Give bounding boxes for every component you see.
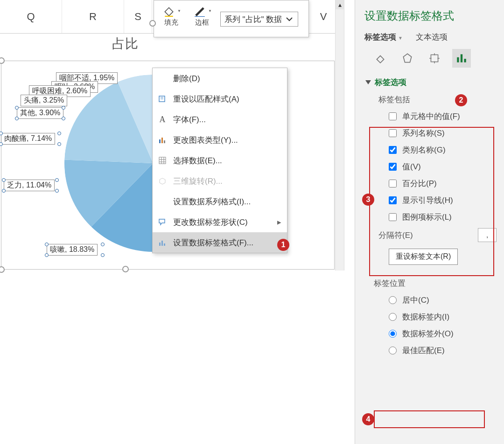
label-shape-icon bbox=[157, 217, 168, 227]
svg-rect-7 bbox=[159, 243, 161, 246]
context-menu: 删除(D) 重设以匹配样式(A) A 字体(F)... 更改图表类型(Y)...… bbox=[152, 68, 287, 253]
svg-rect-3 bbox=[159, 139, 161, 143]
dropdown-caret-icon: ▼ bbox=[177, 9, 181, 13]
chart-type-icon bbox=[157, 135, 168, 145]
pane-icon-tabs bbox=[371, 49, 497, 68]
chart-title[interactable]: 占比 bbox=[112, 35, 138, 53]
font-icon: A bbox=[157, 114, 168, 125]
data-label[interactable]: 肉酸痛, 7.14% bbox=[1, 133, 55, 145]
ctx-format-data-series[interactable]: 设置数据系列格式(I)... bbox=[153, 191, 287, 212]
reset-style-icon bbox=[157, 94, 168, 104]
callout-1: 1 bbox=[277, 239, 289, 251]
sel-handle[interactable] bbox=[149, 20, 156, 27]
tab-label-options[interactable]: 标签选项▼ bbox=[364, 32, 403, 42]
label-options-icon[interactable] bbox=[452, 49, 471, 68]
ctx-change-chart-type[interactable]: 更改图表类型(Y)... bbox=[153, 130, 287, 150]
sel-handle[interactable] bbox=[0, 266, 5, 273]
radio-best-fit[interactable]: 最佳匹配(E) bbox=[389, 344, 497, 357]
svg-rect-14 bbox=[464, 59, 466, 62]
size-properties-icon[interactable] bbox=[425, 49, 444, 68]
tab-text-options[interactable]: 文本选项 bbox=[416, 32, 448, 42]
format-data-labels-pane: 设置数据标签格式 标签选项▼ 文本选项 标签选项 标签包括 单元格中的值(F) … bbox=[355, 0, 504, 444]
mini-toolbar: ▼ 填充 ▼ 边框 系列 "占比" 数据 bbox=[154, 0, 309, 37]
vertical-scrollbar[interactable]: ▴ bbox=[335, 0, 344, 271]
ctx-format-data-labels[interactable]: 设置数据标签格式(F)... bbox=[153, 232, 287, 253]
sel-handle[interactable] bbox=[122, 266, 129, 272]
select-data-icon bbox=[157, 155, 168, 166]
subheader-label-contains: 标签包括 bbox=[378, 94, 497, 105]
paint-bucket-icon bbox=[161, 3, 176, 18]
chk-cell-value[interactable]: 单元格中的值(F) bbox=[389, 110, 497, 123]
series-selector-text: 系列 "占比" 数据 bbox=[224, 14, 282, 25]
col-header-S[interactable]: S bbox=[124, 0, 152, 33]
svg-rect-1 bbox=[195, 16, 205, 17]
svg-marker-10 bbox=[403, 54, 411, 62]
fill-line-icon[interactable] bbox=[371, 49, 390, 68]
ctx-reset-style[interactable]: 重设以匹配样式(A) bbox=[153, 89, 287, 109]
series-selector-dropdown[interactable]: 系列 "占比" 数据 bbox=[220, 12, 299, 27]
cube-icon bbox=[157, 176, 168, 186]
ctx-change-label-shape[interactable]: 更改数据标签形状(C) ▸ bbox=[153, 212, 287, 232]
col-header-Q[interactable]: Q bbox=[0, 0, 62, 33]
format-labels-icon bbox=[157, 237, 168, 248]
svg-rect-0 bbox=[165, 16, 173, 17]
col-header-R[interactable]: R bbox=[62, 0, 124, 33]
data-label[interactable]: 咳嗽, 18.83% bbox=[47, 244, 98, 256]
svg-rect-9 bbox=[164, 243, 165, 246]
submenu-arrow-icon: ▸ bbox=[277, 217, 281, 227]
callout-3: 3 bbox=[362, 194, 374, 206]
svg-rect-11 bbox=[431, 55, 438, 62]
radio-outside-end[interactable]: 数据标签外(O) bbox=[389, 327, 497, 340]
fill-label: 填充 bbox=[164, 18, 178, 27]
dropdown-caret-icon: ▼ bbox=[398, 35, 403, 41]
data-label[interactable]: 头痛, 3.25% bbox=[21, 95, 67, 106]
svg-rect-6 bbox=[159, 157, 166, 164]
ctx-delete[interactable]: 删除(D) bbox=[153, 68, 287, 89]
border-label: 边框 bbox=[195, 18, 209, 27]
data-label[interactable]: 乏力, 11.04% bbox=[4, 180, 55, 191]
ctx-rotate-3d: 三维旋转(R)... bbox=[153, 171, 287, 191]
svg-rect-4 bbox=[161, 138, 163, 143]
collapse-triangle-icon bbox=[365, 80, 371, 84]
col-header-V[interactable]: V bbox=[311, 0, 336, 33]
pane-tabs: 标签选项▼ 文本选项 bbox=[364, 32, 497, 42]
section-label-options[interactable]: 标签选项 bbox=[365, 77, 497, 88]
effects-icon[interactable] bbox=[398, 49, 417, 68]
svg-rect-13 bbox=[461, 54, 462, 62]
pen-border-icon bbox=[192, 3, 207, 18]
annotation-box-4 bbox=[374, 410, 485, 428]
callout-4: 4 bbox=[362, 413, 374, 425]
annotation-box-3 bbox=[369, 127, 494, 276]
ctx-select-data[interactable]: 选择数据(E)... bbox=[153, 150, 287, 171]
radio-center[interactable]: 居中(C) bbox=[389, 293, 497, 306]
border-button[interactable]: ▼ 边框 bbox=[187, 3, 217, 27]
chevron-down-icon bbox=[285, 14, 294, 24]
subheader-label-position: 标签位置 bbox=[374, 278, 497, 289]
fill-button[interactable]: ▼ 填充 bbox=[156, 3, 187, 27]
svg-rect-8 bbox=[161, 241, 163, 246]
pane-title: 设置数据标签格式 bbox=[364, 8, 497, 23]
data-label[interactable]: 其他, 3.90% bbox=[17, 107, 63, 119]
svg-rect-5 bbox=[164, 140, 165, 143]
scroll-up-button[interactable]: ▴ bbox=[336, 0, 344, 9]
callout-2: 2 bbox=[455, 94, 467, 106]
svg-rect-12 bbox=[457, 57, 459, 62]
dropdown-caret-icon: ▼ bbox=[208, 9, 212, 13]
radio-inside-end[interactable]: 数据标签内(I) bbox=[389, 310, 497, 323]
ctx-font[interactable]: A 字体(F)... bbox=[153, 109, 287, 130]
